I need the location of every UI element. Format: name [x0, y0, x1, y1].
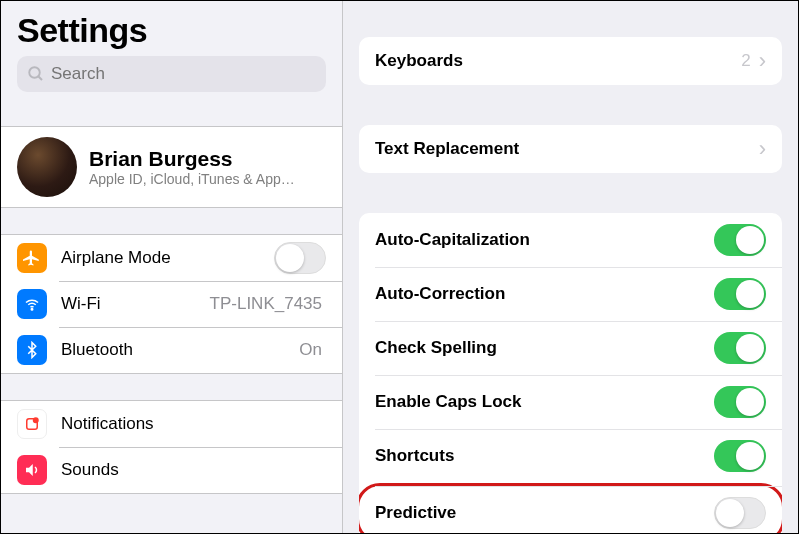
row-label: Shortcuts	[375, 446, 714, 466]
check-spelling-toggle[interactable]	[714, 332, 766, 364]
text-replacement-row[interactable]: Text Replacement ›	[359, 125, 782, 173]
wifi-icon	[17, 289, 47, 319]
profile-subtitle: Apple ID, iCloud, iTunes & App…	[89, 171, 295, 187]
row-label: Auto-Correction	[375, 284, 714, 304]
connectivity-group: Airplane Mode Wi-Fi TP-LINK_7435 Bluetoo…	[1, 234, 342, 374]
svg-point-2	[31, 309, 33, 311]
auto-capitalization-row[interactable]: Auto-Capitalization	[359, 213, 782, 267]
notifications-icon	[17, 409, 47, 439]
row-label: Text Replacement	[375, 139, 759, 159]
detail-pane: Keyboards 2 › Text Replacement › Auto-Ca…	[343, 1, 798, 533]
keyboards-row[interactable]: Keyboards 2 ›	[359, 37, 782, 85]
sidebar-item-bluetooth[interactable]: Bluetooth On	[1, 327, 342, 373]
sidebar-item-notifications[interactable]: Notifications	[1, 401, 342, 447]
sidebar-item-wifi[interactable]: Wi-Fi TP-LINK_7435	[1, 281, 342, 327]
auto-capitalization-toggle[interactable]	[714, 224, 766, 256]
shortcuts-toggle[interactable]	[714, 440, 766, 472]
svg-point-4	[34, 418, 39, 423]
row-label: Predictive	[375, 503, 714, 523]
profile-row[interactable]: Brian Burgess Apple ID, iCloud, iTunes &…	[1, 126, 342, 208]
sidebar-item-airplane-mode[interactable]: Airplane Mode	[1, 235, 342, 281]
sidebar-item-label: Notifications	[61, 414, 326, 434]
bluetooth-icon	[17, 335, 47, 365]
text-replacement-group: Text Replacement ›	[359, 125, 782, 173]
predictive-toggle[interactable]	[714, 497, 766, 529]
search-icon	[27, 65, 45, 83]
row-label: Keyboards	[375, 51, 741, 71]
sidebar-item-label: Wi-Fi	[61, 294, 210, 314]
airplane-toggle[interactable]	[274, 242, 326, 274]
sidebar-item-label: Sounds	[61, 460, 326, 480]
svg-line-1	[38, 76, 42, 80]
row-label: Check Spelling	[375, 338, 714, 358]
sidebar-header: Settings	[1, 1, 342, 100]
enable-caps-lock-row[interactable]: Enable Caps Lock	[359, 375, 782, 429]
predictive-row[interactable]: Predictive	[359, 483, 782, 533]
wifi-value: TP-LINK_7435	[210, 294, 322, 314]
keyboard-options-group: Auto-Capitalization Auto-Correction Chec…	[359, 213, 782, 533]
sidebar-item-sounds[interactable]: Sounds	[1, 447, 342, 493]
avatar	[17, 137, 77, 197]
system-group: Notifications Sounds	[1, 400, 342, 494]
row-label: Auto-Capitalization	[375, 230, 714, 250]
bluetooth-value: On	[299, 340, 322, 360]
chevron-right-icon: ›	[759, 48, 766, 74]
sidebar-item-label: Bluetooth	[61, 340, 299, 360]
keyboards-group: Keyboards 2 ›	[359, 37, 782, 85]
airplane-icon	[17, 243, 47, 273]
shortcuts-row[interactable]: Shortcuts	[359, 429, 782, 483]
keyboards-count: 2	[741, 51, 750, 71]
row-label: Enable Caps Lock	[375, 392, 714, 412]
svg-point-0	[29, 67, 40, 78]
page-title: Settings	[17, 11, 326, 50]
profile-name: Brian Burgess	[89, 147, 295, 171]
chevron-right-icon: ›	[759, 136, 766, 162]
sidebar-item-label: Airplane Mode	[61, 248, 274, 268]
sidebar: Settings Brian Burgess Apple ID, iCloud,…	[1, 1, 343, 533]
auto-correction-row[interactable]: Auto-Correction	[359, 267, 782, 321]
search-input[interactable]	[51, 64, 316, 84]
check-spelling-row[interactable]: Check Spelling	[359, 321, 782, 375]
sounds-icon	[17, 455, 47, 485]
search-box[interactable]	[17, 56, 326, 92]
enable-caps-lock-toggle[interactable]	[714, 386, 766, 418]
auto-correction-toggle[interactable]	[714, 278, 766, 310]
